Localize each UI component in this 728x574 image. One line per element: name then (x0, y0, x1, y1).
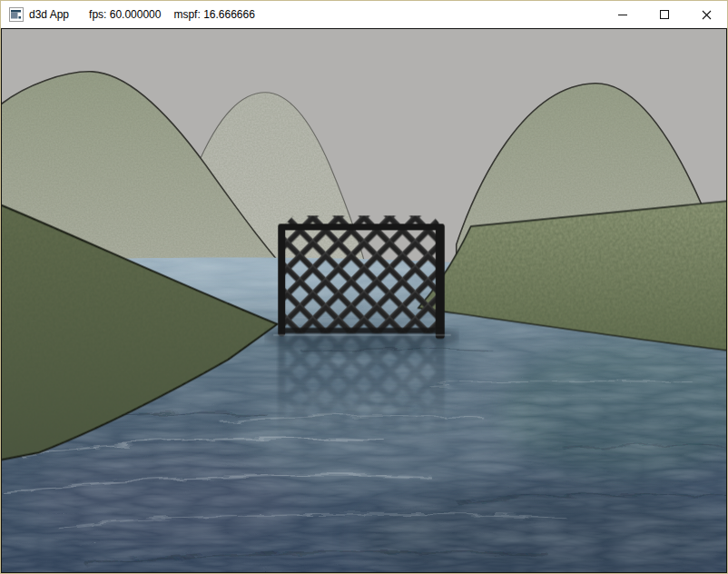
crate-bottom-rail (280, 328, 444, 333)
crate-top-rail (280, 223, 444, 230)
title-bar[interactable]: d3d App fps: 60.000000 mspf: 16.666666 (1, 1, 727, 28)
d3d-render-viewport[interactable] (1, 28, 727, 573)
fps-counter: fps: 60.000000 (89, 8, 161, 21)
wirefence-crate (273, 215, 451, 339)
close-button[interactable] (685, 1, 727, 28)
scene (2, 29, 726, 572)
crate-left-rail (278, 223, 285, 336)
minimize-icon (618, 15, 627, 15)
app-icon (9, 7, 24, 22)
maximize-icon (660, 10, 669, 19)
crate-right-rail (436, 223, 445, 339)
window-title: d3d App (29, 8, 69, 21)
minimize-button[interactable] (602, 1, 644, 28)
crate-front-face (280, 228, 444, 333)
close-icon (702, 10, 712, 20)
maximize-button[interactable] (644, 1, 685, 28)
mspf-counter: mspf: 16.666666 (173, 8, 254, 21)
crate-reflection (264, 321, 459, 439)
app-window: d3d App fps: 60.000000 mspf: 16.666666 (0, 0, 728, 574)
